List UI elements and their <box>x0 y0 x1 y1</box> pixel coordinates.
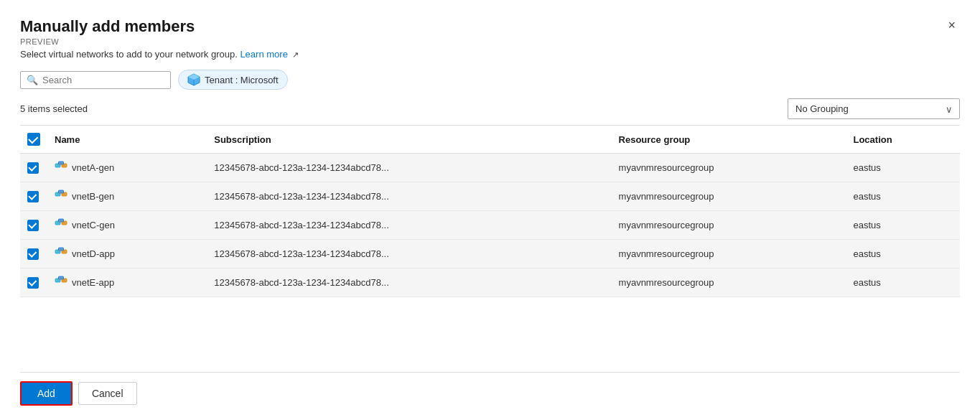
row-checkbox[interactable] <box>27 220 39 231</box>
dialog-title: Manually add members <box>20 17 195 36</box>
tenant-icon <box>187 73 200 86</box>
items-selected: 5 items selected <box>20 103 88 114</box>
row-checkbox[interactable] <box>27 277 39 289</box>
vnet-icon <box>55 189 67 204</box>
table-row: vnetA-gen 12345678-abcd-123a-1234-1234ab… <box>20 154 960 182</box>
table-header-row: Name Subscription Resource group Locatio… <box>20 126 960 154</box>
grouping-wrapper: No GroupingSubscriptionResource groupLoc… <box>788 98 960 119</box>
name-cell: vnetA-gen <box>55 160 200 175</box>
members-table: Name Subscription Resource group Locatio… <box>20 126 960 297</box>
header-subscription: Subscription <box>207 126 611 154</box>
dialog-header: Manually add members PREVIEW × <box>20 17 960 46</box>
learn-more-link[interactable]: Learn more <box>240 49 287 60</box>
row-checkbox[interactable] <box>27 248 39 260</box>
subtitle-text: Select virtual networks to add to your n… <box>20 49 960 60</box>
row-checkbox[interactable] <box>27 191 39 202</box>
row-checkbox[interactable] <box>27 162 39 174</box>
row-resource-group: myavnmresourcegroup <box>612 154 846 182</box>
row-name: vnetE-app <box>47 269 207 297</box>
row-subscription: 12345678-abcd-123a-1234-1234abcd78... <box>207 211 611 240</box>
row-checkbox-cell <box>20 269 47 297</box>
dialog-preview-label: PREVIEW <box>20 37 195 46</box>
external-link-icon: ↗ <box>292 50 299 59</box>
vnet-icon <box>55 160 67 175</box>
items-row: 5 items selected No GroupingSubscription… <box>20 98 960 119</box>
dialog-title-group: Manually add members PREVIEW <box>20 17 195 46</box>
row-resource-group: myavnmresourcegroup <box>612 211 846 240</box>
row-resource-group: myavnmresourcegroup <box>612 182 846 211</box>
row-checkbox-cell <box>20 211 47 240</box>
row-checkbox-cell <box>20 182 47 211</box>
row-name-text: vnetA-gen <box>72 162 114 173</box>
search-box: 🔍 <box>20 71 171 89</box>
row-name-text: vnetE-app <box>72 277 114 288</box>
name-cell: vnetB-gen <box>55 189 200 204</box>
row-name: vnetA-gen <box>47 154 207 182</box>
row-location: eastus <box>846 182 960 211</box>
close-button[interactable]: × <box>943 17 960 33</box>
row-resource-group: myavnmresourcegroup <box>612 240 846 269</box>
footer: Add Cancel <box>20 372 960 406</box>
header-name: Name <box>47 126 207 154</box>
row-subscription: 12345678-abcd-123a-1234-1234abcd78... <box>207 269 611 297</box>
row-name: vnetD-app <box>47 240 207 269</box>
row-name: vnetB-gen <box>47 182 207 211</box>
vnet-icon <box>55 275 67 290</box>
search-icon: 🔍 <box>27 75 38 85</box>
grouping-select[interactable]: No GroupingSubscriptionResource groupLoc… <box>788 98 960 119</box>
cancel-button[interactable]: Cancel <box>78 382 137 405</box>
tenant-label: Tenant : Microsoft <box>205 75 279 85</box>
vnet-icon <box>55 246 67 261</box>
row-subscription: 12345678-abcd-123a-1234-1234abcd78... <box>207 154 611 182</box>
table-row: vnetE-app 12345678-abcd-123a-1234-1234ab… <box>20 269 960 297</box>
header-location: Location <box>846 126 960 154</box>
row-resource-group: myavnmresourcegroup <box>612 269 846 297</box>
tenant-button[interactable]: Tenant : Microsoft <box>178 70 288 90</box>
row-subscription: 12345678-abcd-123a-1234-1234abcd78... <box>207 182 611 211</box>
row-subscription: 12345678-abcd-123a-1234-1234abcd78... <box>207 240 611 269</box>
row-name-text: vnetD-app <box>72 248 115 259</box>
row-checkbox-cell <box>20 240 47 269</box>
toolbar: 🔍 Tenant : Microsoft <box>20 70 960 90</box>
header-resource-group: Resource group <box>612 126 846 154</box>
name-cell: vnetC-gen <box>55 218 200 233</box>
row-location: eastus <box>846 269 960 297</box>
row-checkbox-cell <box>20 154 47 182</box>
table-row: vnetD-app 12345678-abcd-123a-1234-1234ab… <box>20 240 960 269</box>
header-checkbox-col <box>20 126 47 154</box>
vnet-icon <box>55 218 67 233</box>
table-container: Name Subscription Resource group Locatio… <box>20 125 960 360</box>
row-name: vnetC-gen <box>47 211 207 240</box>
dialog: Manually add members PREVIEW × Select vi… <box>0 0 980 420</box>
header-checkbox[interactable] <box>27 133 40 146</box>
row-name-text: vnetC-gen <box>72 220 115 230</box>
name-cell: vnetD-app <box>55 246 200 261</box>
table-row: vnetC-gen 12345678-abcd-123a-1234-1234ab… <box>20 211 960 240</box>
row-location: eastus <box>846 211 960 240</box>
row-name-text: vnetB-gen <box>72 191 114 202</box>
add-button[interactable]: Add <box>20 381 73 406</box>
row-location: eastus <box>846 240 960 269</box>
search-input[interactable] <box>42 75 164 85</box>
table-row: vnetB-gen 12345678-abcd-123a-1234-1234ab… <box>20 182 960 211</box>
name-cell: vnetE-app <box>55 275 200 290</box>
row-location: eastus <box>846 154 960 182</box>
